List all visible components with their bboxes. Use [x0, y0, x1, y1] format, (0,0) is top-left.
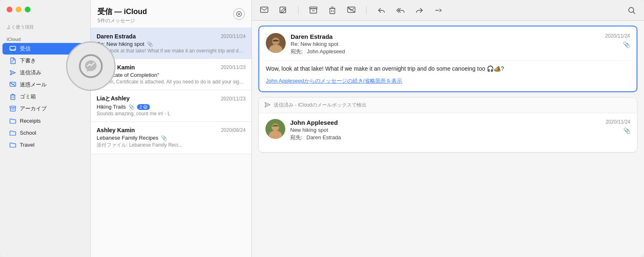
message-sender: Ashley Kamin [97, 127, 135, 133]
trash-icon [9, 93, 17, 100]
email-to: 宛先: John Appleseed [291, 48, 600, 55]
attachment-icon: 📎 [161, 135, 167, 141]
message-date: 2020/11/23 [221, 96, 246, 102]
secondary-header-text: 送信済み - iCloudのメールボックスで検出 [274, 102, 631, 109]
sidebar-item-label-archive: アーカイブ [20, 105, 47, 112]
email-from: Daren Estrada [291, 33, 600, 40]
sidebar-item-label-drafts: 下書き [20, 57, 36, 64]
sidebar-item-label-receipts: Receipts [20, 118, 41, 124]
secondary-email-meta: John Appleseed New hiking spot 宛先: Daren… [290, 119, 601, 141]
sender-avatar [266, 33, 286, 53]
sidebar-section-label: よく使う項目 [0, 21, 90, 32]
filter-button[interactable] [233, 8, 245, 20]
delete-button[interactable] [327, 5, 338, 16]
svg-line-6 [10, 82, 16, 86]
secondary-email-from: John Appleseed [290, 119, 601, 126]
secondary-card-header: 送信済み - iCloudのメールボックスで検出 [259, 98, 637, 113]
attachment-icon: 📎 [128, 104, 135, 110]
email-divider [266, 60, 630, 61]
sent-icon [9, 69, 17, 76]
junk-button[interactable] [346, 5, 357, 16]
archive-icon [9, 105, 17, 112]
panel-title: 受信 — iCloud [97, 7, 147, 17]
more-button[interactable] [433, 5, 444, 16]
maximize-button[interactable] [25, 7, 31, 12]
minimize-button[interactable] [16, 7, 21, 12]
message-date: 2020/11/23 [221, 64, 246, 70]
show-more-link[interactable]: John Appleseedからのメッセージの続き/省略箇所を表示 [266, 77, 630, 85]
message-preview: 添付ファイル: Lebanese Family Reci... [97, 142, 246, 149]
sidebar-item-label-school: School [20, 130, 36, 136]
message-sender: LiaとAshley [97, 95, 130, 102]
message-preview: Hi John, Certificate is attached. All yo… [97, 79, 246, 85]
svg-line-32 [348, 7, 355, 12]
sidebar-item-label-travel: Travel [20, 142, 35, 148]
drafts-icon [9, 57, 17, 64]
sidebar-item-school[interactable]: School [2, 127, 88, 138]
svg-line-34 [633, 12, 635, 14]
reply-button[interactable] [376, 5, 387, 16]
secondary-sender-avatar [265, 119, 285, 139]
detail-content: Daren Estrada Re: New hiking spot 宛先: Jo… [252, 21, 644, 257]
email-body: Wow, look at that lake! What if we make … [266, 64, 630, 73]
message-subject: "Certificate of Completion" [97, 72, 246, 78]
receipts-folder-icon [9, 117, 17, 124]
archive-button[interactable] [308, 5, 319, 16]
inbox-icon [9, 45, 17, 52]
email-date: 2020/11/24 [605, 33, 630, 39]
sidebar-item-receipts[interactable]: Receipts [2, 115, 88, 126]
sidebar: よく使う項目 iCloud 受信 下書き [0, 0, 91, 257]
compose-button[interactable] [277, 5, 289, 16]
sent-icon-secondary [265, 102, 270, 109]
message-item[interactable]: Ashley Kamin 2020/08/24 Lebanese Family … [91, 122, 251, 154]
message-subject: Re: New hiking spot 📎 [97, 41, 246, 47]
message-preview: Wow, look at that lake! What if we make … [97, 48, 246, 54]
sidebar-item-label-junk: 迷惑メール [20, 81, 47, 88]
message-subject: Hiking Trails 📎 2 [97, 104, 246, 110]
sidebar-item-archive[interactable]: アーカイブ [2, 103, 88, 114]
toolbar-separator [298, 6, 298, 14]
toolbar-separator [366, 6, 367, 14]
secondary-email-to: 宛先: Daren Estrada [290, 134, 601, 141]
primary-email-card: Daren Estrada Re: New hiking spot 宛先: Jo… [258, 26, 637, 92]
email-attachment-icon: 📎 [623, 41, 630, 48]
message-item[interactable]: LiaとAshley 2020/11/23 Hiking Trails 📎 2 … [91, 90, 251, 122]
message-date: 2020/08/24 [221, 127, 246, 133]
svg-rect-27 [330, 8, 335, 14]
message-subject: Lebanese Family Recipes 📎 [97, 135, 246, 141]
toolbar [252, 0, 644, 21]
sidebar-item-trash[interactable]: ゴミ箱 [2, 91, 88, 102]
icloud-label: iCloud [0, 32, 90, 43]
avatar-overlay-circle [66, 41, 116, 91]
message-list-panel: 受信 — iCloud 5件のメッセージ Daren Estrada 2020/… [91, 0, 252, 257]
secondary-attachment-icon: 📎 [623, 127, 630, 134]
svg-point-42 [272, 124, 279, 131]
reply-all-button[interactable] [395, 5, 406, 16]
secondary-email-subject: New hiking spot [290, 127, 601, 133]
junk-icon [9, 81, 17, 88]
sidebar-item-travel[interactable]: Travel [2, 139, 88, 150]
secondary-email-date: 2020/11/24 [606, 119, 630, 125]
secondary-email-body: John Appleseed New hiking spot 宛先: Daren… [259, 113, 637, 152]
sidebar-item-label-sent: 送信済み [20, 69, 41, 76]
sidebar-item-label-trash: ゴミ箱 [20, 93, 36, 100]
secondary-email-card-wrapper: 送信済み - iCloudのメールボックスで検出 John Apple [258, 97, 637, 152]
message-sender: Daren Estrada [97, 33, 136, 40]
close-button[interactable] [7, 7, 12, 12]
svg-rect-7 [11, 95, 15, 100]
new-message-button[interactable] [258, 5, 270, 16]
message-preview: Sounds amazing, count me in! - L [97, 111, 246, 117]
message-item[interactable]: Daren Estrada 2020/11/24 Re: New hiking … [91, 28, 251, 59]
message-date: 2020/11/24 [221, 33, 246, 39]
sidebar-item-label-inbox: 受信 [20, 45, 31, 52]
forward-button[interactable] [414, 5, 425, 16]
panel-subtitle: 5件のメッセージ [97, 17, 147, 24]
thread-badge: 2 [137, 104, 150, 110]
school-folder-icon [9, 129, 17, 136]
travel-folder-icon [9, 141, 17, 148]
email-meta: Daren Estrada Re: New hiking spot 宛先: Jo… [291, 33, 600, 55]
search-button[interactable] [626, 5, 637, 16]
panel-header: 受信 — iCloud 5件のメッセージ [91, 0, 251, 28]
detail-panel: Daren Estrada Re: New hiking spot 宛先: Jo… [252, 0, 644, 257]
email-subject-detail: Re: New hiking spot [291, 41, 600, 47]
